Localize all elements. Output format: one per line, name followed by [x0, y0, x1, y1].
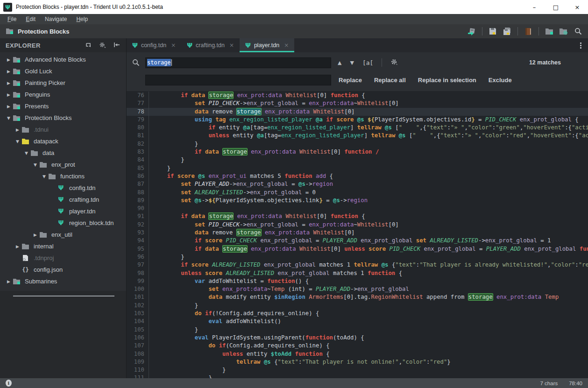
- tree-item-data[interactable]: ▼data: [0, 147, 126, 159]
- collapse-left-icon[interactable]: [113, 42, 120, 49]
- maximize-button[interactable]: □: [545, 0, 567, 14]
- refresh-icon[interactable]: [85, 42, 92, 49]
- chevron-down-icon[interactable]: ▼: [14, 139, 21, 144]
- code-line-86[interactable]: 86 if score @s enx_prot_ui matches 5 fun…: [127, 172, 588, 180]
- code-line-82[interactable]: 82 }: [127, 140, 588, 148]
- search-icon[interactable]: [574, 27, 582, 35]
- code-line-106[interactable]: 106 eval PlayerIdSystem.usingParent(func…: [127, 334, 588, 342]
- tree-item-player-tdn[interactable]: Ψplayer.tdn: [0, 205, 126, 217]
- chevron-down-icon[interactable]: ▼: [5, 116, 13, 120]
- code-line-84[interactable]: 84 }: [127, 156, 588, 164]
- menu-help[interactable]: Help: [71, 14, 92, 24]
- chevron-right-icon[interactable]: ▶: [5, 104, 13, 109]
- tree-item-protection-blocks[interactable]: ▼Protection Blocks: [0, 112, 126, 124]
- code-line-107[interactable]: 107 do if(Config.add_requires_online) {: [127, 342, 588, 350]
- code-line-103[interactable]: 103 do if(!Config.add_requires_online) {: [127, 310, 588, 317]
- code-line-102[interactable]: 102 }: [127, 302, 588, 310]
- menu-edit[interactable]: Edit: [21, 14, 40, 24]
- project-settings-icon[interactable]: [560, 27, 568, 35]
- tab-crafting-tdn[interactable]: Ψcrafting.tdn×: [181, 38, 240, 52]
- replace-button[interactable]: Replace: [339, 77, 362, 84]
- code-line-100[interactable]: 100 set enx_prot:data~Temp (int) = PLAYE…: [127, 285, 588, 293]
- chevron-down-icon[interactable]: ▼: [31, 162, 39, 167]
- code-line-108[interactable]: 108 unless entity $toAdd function {: [127, 350, 588, 358]
- code-line-89[interactable]: 89 set @s->${PlayerIdSystem.objectives.l…: [127, 197, 588, 205]
- tree-item-config-json[interactable]: {}config.json: [0, 264, 126, 275]
- save-icon[interactable]: [489, 27, 497, 35]
- close-button[interactable]: ×: [567, 0, 588, 14]
- tree-item-tdnproj[interactable]: .tdnproj: [0, 252, 126, 264]
- code-line-90[interactable]: 90: [127, 205, 588, 212]
- chevron-right-icon[interactable]: ▶: [5, 81, 13, 85]
- tree-item-config-tdn[interactable]: Ψconfig.tdn: [0, 182, 126, 194]
- code-editor[interactable]: 76 if data storage enx_prot:data Whiteli…: [127, 91, 588, 378]
- menu-file[interactable]: File: [3, 14, 21, 24]
- code-line-109[interactable]: 109 tellraw @s {"text":"That player is n…: [127, 358, 588, 366]
- tree-item-tdnui[interactable]: ▶.tdnui: [0, 124, 126, 135]
- editor-menu-dots-icon[interactable]: [580, 42, 581, 49]
- chevron-right-icon[interactable]: ▶: [5, 57, 13, 62]
- minimize-button[interactable]: –: [524, 0, 545, 14]
- tree-item-advanced-note-blocks[interactable]: ▶Advanced Note Blocks: [0, 54, 126, 65]
- code-line-81[interactable]: 81 unless entity @a[tag=enx_region_liste…: [127, 132, 588, 140]
- tree-item-submarines[interactable]: ▶Submarines: [0, 275, 126, 287]
- code-line-79[interactable]: 79 using tag enx_region_listed_player @a…: [127, 116, 588, 124]
- chevron-down-icon[interactable]: ▼: [40, 174, 48, 179]
- code-line-80[interactable]: 80 if entity @a[tag=enx_region_listed_pl…: [127, 124, 588, 132]
- chevron-right-icon[interactable]: ▶: [5, 69, 13, 74]
- find-previous-button[interactable]: ▲: [338, 60, 341, 66]
- tree-item-datapack[interactable]: ▼datapack: [0, 135, 126, 147]
- tree-item-region-block-tdn[interactable]: Ψregion_block.tdn: [0, 217, 126, 229]
- search-input[interactable]: storage: [145, 57, 331, 68]
- tree-item-presents[interactable]: ▶Presents: [0, 100, 126, 112]
- match-case-toggle[interactable]: [a[: [362, 59, 373, 66]
- search-settings-gear-icon[interactable]: [390, 58, 397, 67]
- code-line-93[interactable]: 93 data remove storage enx_prot:data Whi…: [127, 229, 588, 237]
- tree-item-crafting-tdn[interactable]: Ψcrafting.tdn: [0, 194, 126, 205]
- info-icon[interactable]: i: [6, 380, 12, 387]
- tree-item-painting-picker[interactable]: ▶Painting Picker: [0, 77, 126, 89]
- settings-icon[interactable]: [99, 42, 106, 49]
- code-line-111[interactable]: 111 }: [127, 374, 588, 378]
- chevron-down-icon[interactable]: ▼: [22, 151, 30, 155]
- chevron-right-icon[interactable]: ▶: [14, 127, 21, 132]
- tab-close-icon[interactable]: ×: [171, 42, 176, 49]
- deploy-icon[interactable]: [468, 27, 476, 35]
- tab-config-tdn[interactable]: Ψconfig.tdn×: [127, 38, 181, 52]
- chevron-right-icon[interactable]: ▶: [14, 244, 21, 249]
- code-line-104[interactable]: 104 eval addToWhitelist(): [127, 317, 588, 325]
- code-line-91[interactable]: 91 if data storage enx_prot:data Whiteli…: [127, 212, 588, 220]
- code-line-78[interactable]: 78 data remove storage enx_prot:data Whi…: [127, 108, 588, 116]
- code-line-92[interactable]: 92 set PID_CHECK->enx_prot_global = enx_…: [127, 221, 588, 229]
- menu-navigate[interactable]: Navigate: [40, 14, 71, 24]
- tab-close-icon[interactable]: ×: [229, 42, 234, 49]
- tree-item-enx-util[interactable]: ▶enx_util: [0, 229, 126, 240]
- code-line-87[interactable]: 87 set PLAYER_ADD->enx_prot_global = @s-…: [127, 180, 588, 188]
- code-line-101[interactable]: 101 data modify entity $inRegion ArmorIt…: [127, 293, 588, 301]
- code-line-76[interactable]: 76 if data storage enx_prot:data Whiteli…: [127, 92, 588, 99]
- tab-player-tdn[interactable]: Ψplayer.tdn×: [240, 38, 294, 52]
- chevron-right-icon[interactable]: ▶: [5, 279, 13, 284]
- code-line-94[interactable]: 94 if score PID_CHECK enx_prot_global = …: [127, 237, 588, 245]
- tree-item-enx-prot[interactable]: ▼enx_prot: [0, 159, 126, 170]
- documentation-icon[interactable]: [524, 27, 532, 35]
- code-line-99[interactable]: 99 var addToWhitelist = function() {: [127, 277, 588, 285]
- code-line-95[interactable]: 95 if data storage enx_prot:data Whiteli…: [127, 245, 588, 253]
- replace-all-button[interactable]: Replace all: [374, 77, 406, 84]
- code-line-110[interactable]: 110 }: [127, 366, 588, 374]
- replace-input[interactable]: [145, 75, 331, 85]
- tree-item-gold-luck[interactable]: ▶Gold Luck: [0, 65, 126, 77]
- code-line-83[interactable]: 83 if data storage enx_prot:data Whiteli…: [127, 148, 588, 156]
- project-folder-icon[interactable]: [545, 27, 553, 35]
- tree-item-penguins[interactable]: ▶Penguins: [0, 89, 126, 100]
- code-line-96[interactable]: 96 }: [127, 253, 588, 261]
- code-line-77[interactable]: 77 set PID_CHECK->enx_prot_global = enx_…: [127, 99, 588, 107]
- tree-item-functions[interactable]: ▼functions: [0, 170, 126, 182]
- code-line-105[interactable]: 105 }: [127, 326, 588, 334]
- exclude-button[interactable]: Exclude: [489, 77, 512, 84]
- code-line-85[interactable]: 85 }: [127, 164, 588, 172]
- replace-in-selection-button[interactable]: Replace in selection: [418, 77, 476, 84]
- code-line-98[interactable]: 98 unless score ALREADY_LISTED enx_prot_…: [127, 269, 588, 277]
- code-line-97[interactable]: 97 if score ALREADY_LISTED enx_prot_glob…: [127, 261, 588, 269]
- code-line-88[interactable]: 88 set ALREADY_LISTED->enx_prot_global =…: [127, 189, 588, 197]
